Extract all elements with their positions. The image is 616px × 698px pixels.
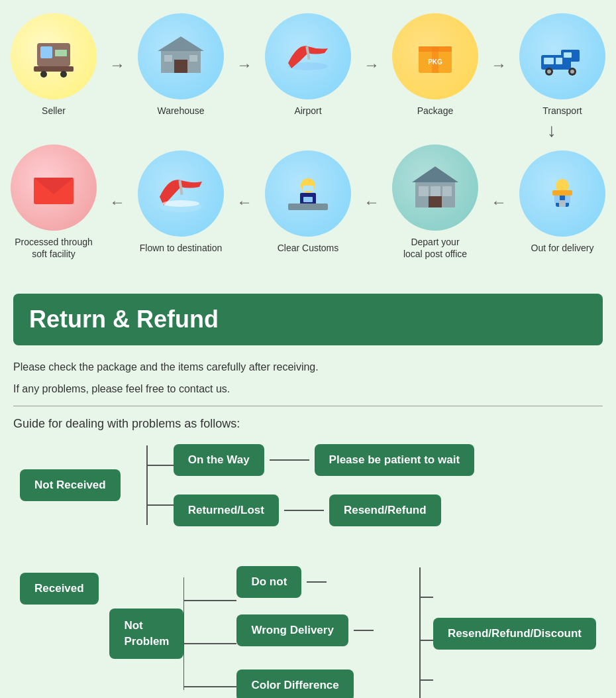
do-not-box: Do not — [236, 566, 301, 598]
sub-branches: Do not Wrong Delivery Colo — [236, 566, 406, 698]
do-not-row: Do not — [236, 566, 406, 598]
do-not-line — [307, 575, 360, 589]
transport-icon — [519, 13, 605, 99]
returned-lost-row: Returned/Lost Resend/Refund — [174, 494, 474, 526]
svg-rect-41 — [303, 197, 313, 202]
step-package: PKG Package — [382, 13, 488, 117]
step-warehouse-label: Warehouse — [157, 105, 204, 117]
svg-rect-9 — [164, 55, 172, 62]
svg-rect-42 — [288, 204, 328, 210]
branch-connector-svg — [121, 445, 174, 525]
wrong-delivery-box: Wrong Delivery — [236, 614, 348, 646]
svg-point-25 — [570, 70, 574, 74]
step-seller: Seller — [1, 13, 107, 117]
post-office-icon — [392, 145, 478, 231]
seller-icon — [11, 13, 97, 99]
step-transport: Transport — [509, 13, 615, 117]
received-box: Received — [20, 573, 99, 605]
flowchart-received: Received NotProblem — [13, 546, 603, 698]
svg-rect-31 — [559, 200, 566, 207]
svg-rect-35 — [431, 186, 440, 196]
step-flown: Flown to destination — [128, 150, 234, 254]
step-out-delivery-label: Out for delivery — [531, 242, 594, 254]
step-airport: Airport — [255, 13, 361, 117]
svg-text:PKG: PKG — [428, 58, 442, 66]
refund-title-box: Return & Refund — [13, 294, 603, 345]
color-diff-row: Color Difference — [236, 669, 406, 698]
not-received-box: Not Received — [20, 469, 121, 501]
svg-point-5 — [60, 71, 67, 78]
arrow-r3: ← — [234, 193, 255, 211]
arrow-4: → — [488, 56, 509, 74]
svg-rect-15 — [419, 46, 452, 52]
connector-line-2 — [284, 510, 324, 511]
svg-rect-30 — [552, 190, 572, 196]
right-branches: On the Way Please be patient to wait Ret… — [174, 444, 474, 526]
arrow-r4: ← — [107, 193, 128, 211]
step-out-delivery: Out for delivery — [509, 150, 615, 254]
arrow-1: → — [107, 56, 128, 74]
resend-refund-box: Resend/Refund — [329, 494, 441, 526]
refund-title: Return & Refund — [29, 306, 219, 333]
svg-marker-7 — [158, 36, 204, 51]
step-seller-label: Seller — [42, 105, 66, 117]
refund-desc-2: If any problems, please feel free to con… — [13, 380, 603, 398]
wrong-delivery-row: Wrong Delivery — [236, 614, 406, 646]
flowchart-not-received: Not Received On the Way Please be patien… — [13, 444, 603, 526]
warehouse-icon — [138, 13, 224, 99]
svg-marker-33 — [412, 166, 458, 182]
customs-icon — [265, 150, 351, 237]
mid-branches: NotProblem Do not — [109, 546, 596, 698]
step-warehouse: Warehouse — [128, 13, 234, 117]
arrow-r1: ← — [488, 193, 509, 211]
connector-line-1 — [270, 459, 309, 461]
not-problem-branch-svg — [183, 577, 236, 690]
out-delivery-icon — [519, 150, 605, 237]
resend-refund-discount-box: Resend/Refund/Discount — [433, 618, 596, 650]
step-transport-label: Transport — [542, 105, 582, 117]
resend-connector-svg — [407, 567, 433, 698]
step-package-label: Package — [417, 105, 453, 117]
svg-rect-3 — [34, 66, 74, 72]
shipping-section: Seller → Warehouse → — [0, 0, 616, 280]
flown-icon — [138, 150, 224, 237]
svg-rect-10 — [189, 55, 197, 62]
on-the-way-row: On the Way Please be patient to wait — [174, 444, 474, 476]
svg-rect-19 — [544, 58, 554, 64]
color-difference-box: Color Difference — [236, 669, 353, 698]
refund-section: Return & Refund Please check the package… — [0, 280, 616, 698]
step-airport-label: Airport — [294, 105, 321, 117]
svg-rect-20 — [556, 58, 562, 64]
arrow-3: → — [361, 56, 382, 74]
wrong-delivery-line — [354, 624, 407, 637]
refund-desc-1: Please check the package and the items c… — [13, 359, 603, 376]
step-customs: Clear Customs — [255, 150, 361, 254]
resend-area: Resend/Refund/Discount — [407, 567, 596, 698]
step-post-office-label: Depart yourlocal post office — [403, 236, 467, 260]
step-processed: Processed throughsoft facility — [1, 145, 107, 260]
package-icon: PKG — [392, 13, 478, 99]
svg-rect-36 — [442, 186, 452, 196]
svg-rect-34 — [419, 186, 429, 196]
please-be-patient-box: Please be patient to wait — [315, 444, 474, 476]
svg-point-45 — [162, 200, 199, 207]
shipping-row-2: Out for delivery ← Depart yourlocal post… — [13, 145, 603, 266]
down-arrow: ↓ — [13, 117, 603, 145]
svg-rect-1 — [40, 46, 52, 58]
svg-rect-8 — [174, 60, 187, 73]
step-post-office: Depart yourlocal post office — [382, 145, 488, 260]
arrow-r2: ← — [361, 193, 382, 211]
svg-rect-40 — [303, 186, 313, 191]
arrow-2: → — [234, 56, 255, 74]
svg-point-4 — [40, 71, 47, 78]
not-problem-box: NotProblem — [109, 609, 183, 659]
airport-icon — [265, 13, 351, 99]
step-processed-label: Processed throughsoft facility — [15, 236, 93, 260]
shipping-row-1: Seller → Warehouse → — [13, 7, 603, 117]
svg-rect-37 — [429, 196, 442, 207]
step-flown-label: Flown to destination — [140, 242, 223, 254]
divider — [13, 406, 603, 406]
svg-rect-2 — [55, 50, 67, 56]
on-the-way-box: On the Way — [174, 444, 264, 476]
guide-label: Guide for dealing with problems as follo… — [13, 417, 603, 431]
